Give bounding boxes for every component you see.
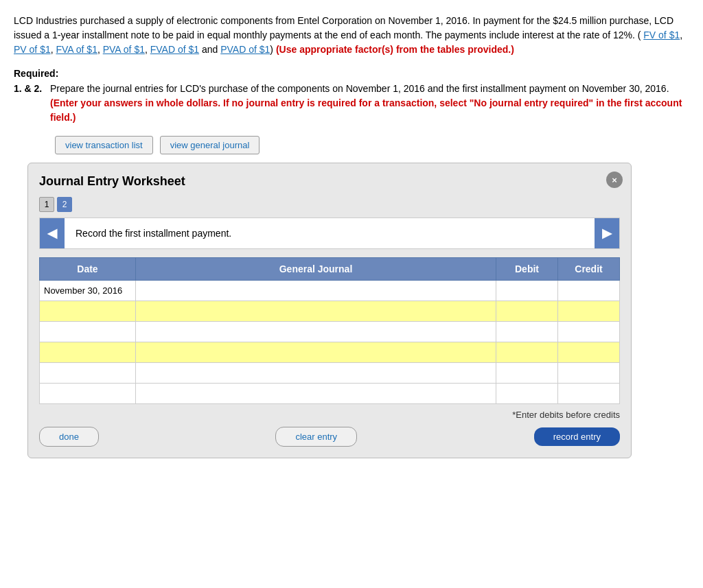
header-credit: Credit [558,258,620,281]
bottom-buttons: done clear entry record entry [39,427,620,447]
debit-input-3[interactable] [500,325,553,338]
date-cell [40,384,136,404]
page-tabs: 1 2 [39,197,620,212]
gj-cell[interactable] [136,281,496,301]
debit-cell[interactable] [496,281,558,301]
table-row: November 30, 2016 [40,281,620,301]
gj-cell[interactable] [136,301,496,322]
fv-link[interactable]: FV of $1 [643,30,680,40]
worksheet-container: Journal Entry Worksheet × 1 2 ◀ Record t… [27,163,632,458]
instruction-text: Record the first installment payment. [76,228,231,239]
req-text: Prepare the journal entries for LCD's pu… [50,82,689,125]
req-number: 1. & 2. [14,82,47,125]
fva-link[interactable]: FVA of $1 [56,44,97,55]
prev-arrow[interactable]: ◀ [40,218,65,248]
instruction-box: Record the first installment payment. [65,218,595,248]
gj-input-2[interactable] [140,305,492,318]
record-entry-button[interactable]: record entry [534,427,620,446]
credit-input-3[interactable] [562,325,615,338]
debit-cell[interactable] [496,384,558,404]
view-transaction-button[interactable]: view transaction list [55,136,153,154]
gj-input-1[interactable] [140,284,492,297]
next-arrow[interactable]: ▶ [595,218,619,248]
table-row [40,384,620,404]
credit-cell[interactable] [558,363,620,384]
credit-cell[interactable] [558,342,620,363]
worksheet-title: Journal Entry Worksheet [39,174,620,189]
intro-paragraph: LCD Industries purchased a supply of ele… [14,14,689,57]
debit-input-5[interactable] [500,366,553,379]
debit-input-1[interactable] [500,284,553,297]
table-row [40,322,620,342]
journal-table: Date General Journal Debit Credit Novemb… [39,257,620,404]
header-date: Date [40,258,136,281]
gj-cell[interactable] [136,342,496,363]
nav-instruction-row: ◀ Record the first installment payment. … [39,217,620,249]
credit-cell[interactable] [558,322,620,342]
gj-cell[interactable] [136,363,496,384]
header-debit: Debit [496,258,558,281]
debit-input-2[interactable] [500,305,553,318]
table-instruction: (Use appropriate factor(s) from the tabl… [276,44,514,55]
credit-input-2[interactable] [562,305,615,318]
credit-cell[interactable] [558,384,620,404]
pva-link[interactable]: PVA of $1 [103,44,145,55]
credit-input-1[interactable] [562,284,615,297]
table-row [40,363,620,384]
credit-cell[interactable] [558,301,620,322]
table-row [40,342,620,363]
debit-cell[interactable] [496,363,558,384]
debit-cell[interactable] [496,322,558,342]
credit-input-4[interactable] [562,346,615,359]
fvad-link[interactable]: FVAD of $1 [150,44,199,55]
gj-cell[interactable] [136,322,496,342]
pvad-link[interactable]: PVAD of $1 [220,44,270,55]
table-row [40,301,620,322]
gj-input-3[interactable] [140,325,492,338]
pv-link[interactable]: PV of $1 [14,44,51,55]
required-label: Required: [14,68,689,79]
gj-input-6[interactable] [140,387,492,400]
date-cell [40,363,136,384]
debit-input-6[interactable] [500,387,553,400]
tab-2[interactable]: 2 [57,197,72,212]
enter-note: *Enter debits before credits [39,410,620,420]
required-section: Required: 1. & 2. Prepare the journal en… [14,68,689,125]
date-cell: November 30, 2016 [40,281,136,301]
gj-input-4[interactable] [140,346,492,359]
header-general-journal: General Journal [136,258,496,281]
credit-input-5[interactable] [562,366,615,379]
date-cell [40,301,136,322]
gj-input-5[interactable] [140,366,492,379]
debit-cell[interactable] [496,301,558,322]
done-button[interactable]: done [39,427,99,447]
credit-cell[interactable] [558,281,620,301]
action-buttons-row: view transaction list view general journ… [55,136,689,154]
debit-cell[interactable] [496,342,558,363]
date-cell [40,322,136,342]
view-journal-button[interactable]: view general journal [160,136,260,154]
clear-entry-button[interactable]: clear entry [275,427,357,447]
answer-instruction: (Enter your answers in whole dollars. If… [50,97,682,123]
debit-input-4[interactable] [500,346,553,359]
credit-input-6[interactable] [562,387,615,400]
gj-cell[interactable] [136,384,496,404]
close-button[interactable]: × [606,172,623,188]
date-cell [40,342,136,363]
tab-1[interactable]: 1 [39,197,54,212]
